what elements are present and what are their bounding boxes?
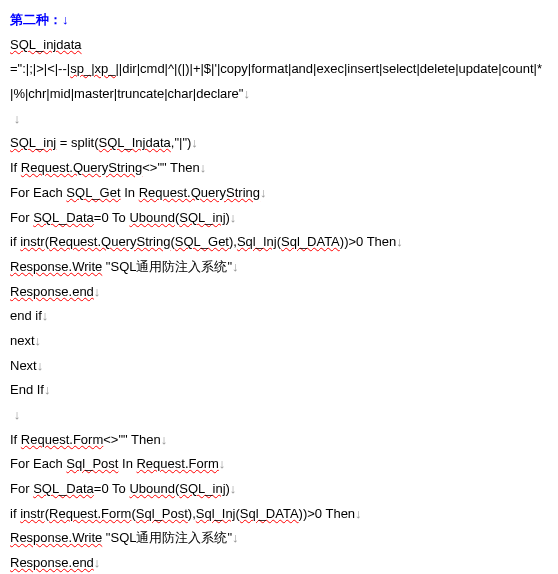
code-text: If (10, 432, 21, 447)
code-line: if instr(Request.QueryString(SQL_Get),Sq… (10, 230, 548, 255)
code-text: Sql_Inj (237, 234, 277, 249)
code-text: Request.QueryString (21, 160, 142, 175)
code-text: instr (20, 506, 45, 521)
code-text: SQL_Data (33, 210, 94, 225)
para-mark: ↓ (37, 358, 44, 373)
code-text: "SQL通用防注入系统" (102, 530, 232, 545)
code-text: =":|;|>|<|--| (10, 61, 70, 76)
code-text: Request.Form (21, 432, 103, 447)
code-line: For SQL_Data=0 To Ubound(SQL_inj)↓ (10, 477, 548, 502)
code-text: SQL_Injdata (99, 135, 171, 150)
code-text: For (10, 210, 33, 225)
code-text: SQL_Get (175, 234, 229, 249)
code-text: Next (10, 358, 37, 373)
code-text: If (10, 160, 21, 175)
code-text: Sql_Post (136, 506, 188, 521)
para-mark: ↓ (230, 481, 237, 496)
code-line: If Request.QueryString<>"" Then↓ (10, 156, 548, 181)
code-text: ), (188, 506, 196, 521)
code-line: Next↓ (10, 354, 548, 379)
code-text: =0 To (94, 481, 130, 496)
heading-line: 第二种：↓ (10, 8, 548, 33)
code-line: Response.end↓ (10, 551, 548, 574)
code-text: Response.end (10, 555, 94, 570)
code-text: if (10, 234, 20, 249)
code-text: <>"" Then (103, 432, 160, 447)
code-line: =":|;|>|<|--|sp_|xp_||dir|cmd|^|(|)|+|$|… (10, 57, 548, 106)
para-mark: ↓ (260, 185, 267, 200)
para-mark: ↓ (14, 407, 21, 422)
code-text: SQL_injdata (10, 37, 82, 52)
code-text: ))>0 Then (340, 234, 397, 249)
para-mark: ↓ (200, 160, 207, 175)
code-line: next↓ (10, 329, 548, 354)
code-text: For (10, 481, 33, 496)
code-line: For Each SQL_Get In Request.QueryString↓ (10, 181, 548, 206)
para-mark: ↓ (14, 111, 21, 126)
code-text: In (118, 456, 136, 471)
code-text: SQL_Get (66, 185, 120, 200)
code-text: <>"" Then (142, 160, 199, 175)
heading: 第二种： (10, 12, 62, 27)
para-mark: ↓ (232, 530, 239, 545)
para-mark: ↓ (219, 456, 226, 471)
code-line: if instr(Request.Form(Sql_Post),Sql_Inj(… (10, 502, 548, 527)
code-text: SQL_inj (179, 481, 225, 496)
code-line: Response.Write "SQL通用防注入系统"↓ (10, 526, 548, 551)
para-mark: ↓ (94, 284, 101, 299)
code-text: if (10, 506, 20, 521)
code-text: Request.QueryString (139, 185, 260, 200)
code-text: Request.Form (136, 456, 218, 471)
code-text: For Each (10, 456, 66, 471)
code-text: Response.Write (10, 530, 102, 545)
code-line: If Request.Form<>"" Then↓ (10, 428, 548, 453)
code-line: ↓ (10, 403, 548, 428)
para-mark: ↓ (161, 432, 168, 447)
code-text: SQL_inj (10, 135, 56, 150)
code-line: ↓ (10, 107, 548, 132)
code-text: end if (10, 308, 42, 323)
code-text: For Each (10, 185, 66, 200)
code-text: Sql_Inj (196, 506, 236, 521)
code-text: Sql_Post (66, 456, 118, 471)
para-mark: ↓ (35, 333, 42, 348)
para-mark: ↓ (243, 86, 250, 101)
code-text: Ubound (129, 481, 175, 496)
para-mark: ↓ (94, 555, 101, 570)
code-text: next (10, 333, 35, 348)
code-text: Request.Form (49, 506, 131, 521)
code-line: For Each Sql_Post In Request.Form↓ (10, 452, 548, 477)
code-text: Response.end (10, 284, 94, 299)
code-text: ), (229, 234, 237, 249)
para-mark: ↓ (355, 506, 362, 521)
code-text: =0 To (94, 210, 130, 225)
code-line: Response.end↓ (10, 280, 548, 305)
code-text: SQL_Data (33, 481, 94, 496)
code-text: Request.QueryString (49, 234, 170, 249)
code-text: Ubound (129, 210, 175, 225)
para-mark: ↓ (230, 210, 237, 225)
code-line: SQL_injdata (10, 33, 548, 58)
code-line: SQL_inj = split(SQL_Injdata,"|")↓ (10, 131, 548, 156)
code-text: ))>0 Then (299, 506, 356, 521)
code-text: = split( (56, 135, 98, 150)
para-mark: ↓ (232, 259, 239, 274)
para-mark: ↓ (42, 308, 49, 323)
code-text: ,"|") (171, 135, 192, 150)
code-text: Sql_DATA (281, 234, 340, 249)
para-mark: ↓ (44, 382, 51, 397)
code-line: For SQL_Data=0 To Ubound(SQL_inj)↓ (10, 206, 548, 231)
code-text: Response.Write (10, 259, 102, 274)
para-mark: ↓ (396, 234, 403, 249)
code-text: In (121, 185, 139, 200)
para-mark: ↓ (62, 12, 69, 27)
code-text: sp_|xp_| (70, 61, 119, 76)
code-text: SQL_inj (179, 210, 225, 225)
code-line: end if↓ (10, 304, 548, 329)
code-text: Sql_DATA (240, 506, 299, 521)
code-line: Response.Write "SQL通用防注入系统"↓ (10, 255, 548, 280)
code-line: End If↓ (10, 378, 548, 403)
code-text: End If (10, 382, 44, 397)
code-text: "SQL通用防注入系统" (102, 259, 232, 274)
para-mark: ↓ (191, 135, 198, 150)
